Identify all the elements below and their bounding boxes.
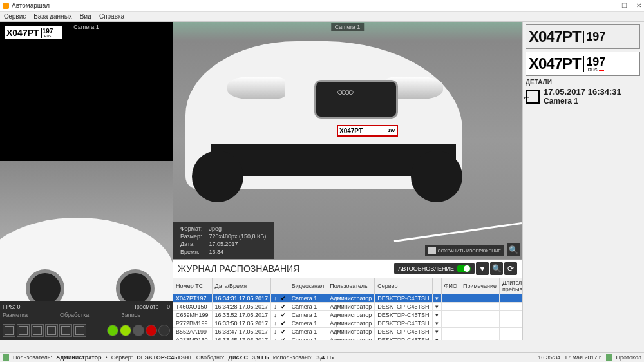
table-row[interactable]: P772BM19916:33:50 17.05.2017↓ ✔Camera 1А… [173, 319, 523, 328]
audi-logo-icon: ○○○○ [337, 86, 352, 98]
plate-clean: X047PT 197RUS [526, 52, 640, 76]
fps-row: FPS: 0 Просмотр 0 [0, 301, 173, 312]
save-image-button[interactable]: СОХРАНИТЬ ИЗОБРАЖЕНИЕ [425, 245, 504, 256]
menu-database[interactable]: База данных [33, 13, 72, 20]
auto-update-toggle[interactable]: АВТООБНОВЛЕНИЕ [394, 263, 475, 274]
journal-title: ЖУРНАЛ РАСПОЗНАВАНИЯ [178, 263, 299, 274]
save-icon [428, 247, 436, 254]
app-icon [3, 3, 9, 9]
plate-raw: X047PT 197 [526, 24, 640, 49]
car-preview [0, 161, 173, 301]
table-row[interactable]: A288MP15016:33:45 17.05.2017↓ ✔Camera 1А… [173, 336, 523, 341]
window-title: Автомаршал [12, 2, 606, 9]
camera-label-left: Camera 1 [70, 23, 103, 31]
plate-on-vehicle: X047PT197 [337, 125, 398, 137]
layout-4[interactable] [45, 324, 58, 337]
vehicle-image: ○○○○ X047PT197 [185, 41, 462, 189]
column-header[interactable]: Длительность пребывания [500, 278, 523, 294]
maximize-button[interactable]: ☐ [621, 2, 627, 9]
layout-5[interactable] [59, 324, 72, 337]
status-protocol[interactable]: Протокол [616, 354, 641, 361]
left-panel: Camera 1 X047PT 197 RUS FPS: 0 Просмотр … [0, 22, 173, 340]
label-markup: Разметка [3, 312, 28, 321]
close-button[interactable]: ✕ [636, 2, 641, 9]
exit-direction-icon [526, 90, 540, 104]
journal-panel: ЖУРНАЛ РАСПОЗНАВАНИЯ АВТООБНОВЛЕНИЕ ▼ 🔍 … [173, 259, 522, 340]
status-date: 17 мая 2017 г. [564, 354, 601, 361]
center-panel: Camera 1 ○○○○ X047PT197 Формат:Jpeg Разм… [173, 22, 522, 340]
minimize-button[interactable]: — [606, 2, 612, 9]
statusbar: Пользователь:Администратор • Сервер:DESK… [0, 352, 644, 362]
status-time: 16:35:34 [538, 354, 560, 361]
table-row[interactable]: C659MH19916:33:52 17.05.2017↓ ✔Camera 1А… [173, 311, 523, 319]
column-header[interactable]: Сервер [375, 278, 432, 294]
label-record: Запись [121, 312, 140, 321]
stop-button[interactable] [133, 325, 144, 336]
details-label: ДЕТАЛИ [526, 79, 641, 86]
menu-service[interactable]: Сервис [4, 13, 26, 20]
layout-2[interactable] [17, 324, 30, 337]
plate-main: X047PT [5, 28, 41, 38]
camera-label-center: Camera 1 [331, 23, 365, 31]
plate-region: 197 RUS [41, 28, 54, 38]
layout-toolbar [0, 321, 173, 340]
flag-icon [599, 68, 604, 71]
menu-view[interactable]: Вид [80, 13, 91, 20]
filter-icon[interactable]: ▼ [476, 262, 489, 275]
titlebar: Автомаршал — ☐ ✕ [0, 0, 644, 12]
menu-help[interactable]: Справка [99, 13, 124, 20]
column-header[interactable]: Видеоканал [289, 278, 327, 294]
record-button[interactable] [146, 325, 157, 336]
layout-6[interactable] [73, 324, 86, 337]
column-header[interactable]: Дата/Время [212, 278, 271, 294]
column-header[interactable]: ФИО [441, 278, 460, 294]
layout-1[interactable] [3, 324, 15, 337]
play-button[interactable] [107, 325, 118, 336]
column-header[interactable]: Пользователь [327, 278, 375, 294]
layout-3[interactable] [31, 324, 44, 337]
refresh-icon[interactable]: ⟳ [504, 262, 517, 275]
column-header[interactable]: Номер ТС [173, 278, 213, 294]
plate-crop: X047PT 197 RUS [4, 26, 63, 40]
column-header[interactable]: Примечание [460, 278, 499, 294]
protocol-icon [606, 354, 612, 361]
column-header[interactable] [432, 278, 441, 294]
search-icon[interactable]: 🔍 [490, 262, 503, 275]
column-header[interactable] [271, 278, 289, 294]
step-button[interactable] [120, 325, 131, 336]
table-row[interactable]: T460XO15016:34:28 17.05.2017↓ ✔Camera 1А… [173, 303, 523, 311]
table-row[interactable]: B552AA19916:33:47 17.05.2017↓ ✔Camera 1А… [173, 328, 523, 336]
user-icon [3, 354, 9, 361]
journal-table[interactable]: Номер ТСДата/ВремяВидеоканалПользователь… [173, 278, 522, 340]
detail-camera: Camera 1 [544, 97, 621, 106]
menubar: Сервис База данных Вид Справка [0, 12, 644, 22]
label-processing: Обработка [60, 312, 89, 321]
zoom-button[interactable]: 🔍 [507, 243, 520, 256]
video-view[interactable]: ○○○○ X047PT197 Формат:Jpeg Размер:720x48… [173, 22, 522, 259]
extra-button[interactable] [158, 325, 170, 336]
detail-datetime: 17.05.2017 16:34:31 [544, 87, 621, 97]
table-row[interactable]: X047PT19716:34:31 17.05.2017↓ ✔Camera 1А… [173, 294, 523, 303]
right-panel: X047PT 197 X047PT 197RUS ДЕТАЛИ 17.05.20… [522, 22, 644, 340]
video-info-overlay: Формат:Jpeg Размер:720x480px (150,8 КБ) … [173, 222, 274, 259]
